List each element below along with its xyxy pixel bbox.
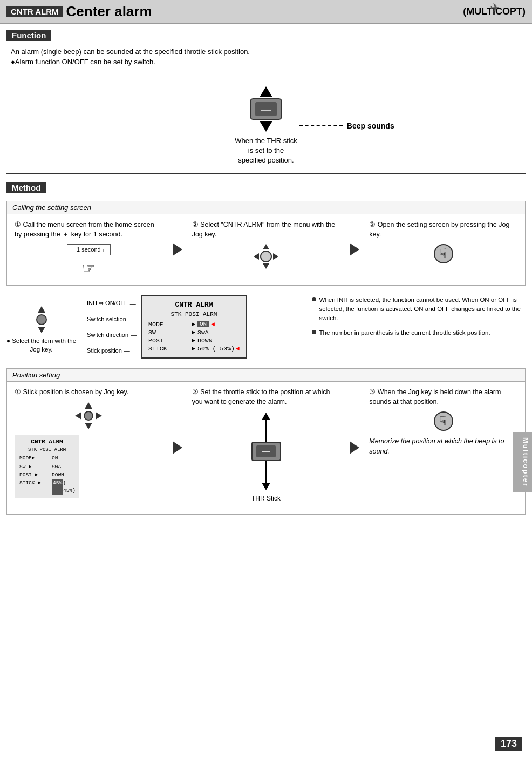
screen-subtitle: STK POSI ALRM [148,311,240,317]
position-box-title: Position setting [7,369,525,382]
memorize-text: Memorize the position at which the beep … [369,436,517,457]
screen-side-labels: INH ⇔ ON/OFF — Switch selction — Switch … [87,295,141,359]
deco-icon: ✈ [490,1,500,15]
thr-diagram: ▬▬ Beep sounds When the THR stick is set… [0,76,532,171]
thr-arrow-up-icon [260,86,272,97]
page-title: Center alarm [66,3,463,20]
ps-finger-icon: ☟ [439,411,447,431]
screen-box: CNTR ALRM STK POSI ALRM MODE ► ON ◄ SW ►… [141,295,247,359]
ps-jog-icon [15,402,163,429]
jog-big-up-arrow [38,306,45,313]
step2-to-step3-arrow [347,214,362,285]
thr-arrow-down-icon [260,121,272,132]
step3-text: Open the setting screen by pressing the … [369,221,509,239]
ps-step1-text: ① Stick position is chosen by Jog key. [15,387,163,397]
ps-step3-icon: ☟ [369,411,517,431]
thr-stick-label: THR Stick [251,494,281,503]
jog-center [260,251,272,262]
ps-step3-text: ③ When the Jog key is held down the alar… [369,387,517,408]
step3-num: ③ [369,221,376,228]
thr2-line [265,420,267,442]
ps-step2-to-step3-arrow [347,382,362,515]
jog-big-icon [28,306,55,333]
ps-jog-up [85,402,92,409]
bullet-1 [312,297,316,301]
position-steps: ① Stick position is chosen by Jog key. [7,382,525,515]
method-label: Method [6,182,46,193]
arrow-shape2 [350,243,359,256]
thr-button-inner: ▬▬ [255,102,277,116]
jog-nav-icon [254,244,278,269]
method-step-2: ② Select "CNTR ALRM" from the menu with … [185,214,348,285]
small-screen: CNTR ALRM STK POSI ALRM MODE► ON SW ► Sw… [15,435,79,498]
function-desc: An alarm (single beep) can be sounded at… [0,44,532,76]
ann2-text: The number in parenthesis is the current… [319,328,490,337]
function-section: Function An alarm (single beep) can be s… [0,24,532,76]
cntr-alrm-label: CNTR ALRM [6,6,63,17]
ps-jog-left [75,412,81,420]
jog-left-arrow [254,253,259,260]
step1-num: ① [15,221,21,228]
mid-screen-area: INH ⇔ ON/OFF — Switch selction — Switch … [87,295,301,359]
step2-num: ② [192,221,199,228]
jog-right-arrow [273,253,278,260]
thr-center: ▬▬ Beep sounds When the THR stick is set… [235,86,297,166]
screen-row-stick: STICK ► 50% ( 50%) ◄ [148,345,240,352]
one-second-label: 「1 second」 [67,244,111,255]
screen-with-labels: INH ⇔ ON/OFF — Switch selction — Switch … [87,295,247,359]
ps-arrow-2 [350,441,359,454]
thr2-button: ▬▬ [251,442,281,461]
thr2-arrow-up [262,413,270,420]
step1-icon: 「1 second」 ☞ [67,244,111,280]
beep-label-area: Beep sounds [299,121,394,130]
screen-row-mode: MODE ► ON ◄ [148,321,240,328]
thr-caption: When the THR stick is set to the specifi… [235,136,297,166]
method-box-area: Calling the setting screen ① Call the me… [0,201,532,286]
ps-jog-down [85,423,92,429]
method-step-1: ① Call the menu screen from the home scr… [7,214,170,285]
annotation-2: The number in parenthesis is the current… [312,328,526,337]
bullet-2 [312,330,316,334]
position-box: Position setting ① Stick position is cho… [6,368,526,515]
ps-arrow-1 [173,441,182,454]
screen-row-posi: POSI ► DOWN [148,337,240,344]
thr2-line-bot [265,461,267,483]
jog-select-label: ● Select the item with theJog key. [6,336,76,354]
method-step-3: ③ Open the setting screen by pressing th… [362,214,525,285]
annotation-1: When INH is selected, the function canno… [312,295,526,323]
jog-big-center [36,314,47,325]
position-step-3: ③ When the Jog key is held down the alar… [362,382,525,515]
screen-row-sw: SW ► SwA [148,329,240,336]
thr2-arrow-down [262,483,270,490]
mid-annotations: When INH is selected, the function canno… [306,295,526,343]
thr-button: ▬▬ [250,98,282,120]
step1-to-step2-arrow [170,214,185,285]
step2-text: Select "CNTR ALRM" from the menu with th… [192,221,335,239]
sidebar-multicopter: Multicopter [513,432,532,492]
ann1-text: When INH is selected, the function canno… [319,295,526,323]
ps-step1-to-step2-arrow [170,382,185,515]
thr-stick-diagram: ▬▬ THR Stick [192,407,340,509]
ps-step2-text: ② Set the throttle stick to the position… [192,387,340,408]
step1-icon-area: 「1 second」 ☞ [15,244,163,280]
mid-area: ● Select the item with theJog key. INH ⇔… [0,290,532,364]
ss-row-posi: POSI ► DOWN [19,471,74,479]
ss-row-stick: STICK ► 45% ( 45%) [19,479,74,495]
position-setting-section: Position setting ① Stick position is cho… [0,368,532,515]
screen-title: CNTR ALRM [148,301,240,309]
hand-icon: ☞ [82,260,96,276]
ps-jog-center [84,411,93,421]
step1-text: Call the menu screen from the home scree… [15,221,154,239]
thr2-btn-inner: ▬▬ [256,445,276,457]
jog-down-arrow [263,263,269,269]
jog-press-icon: ☟ [434,244,453,263]
jog-big-down-arrow [38,327,45,333]
method-steps: ① Call the menu screen from the home scr… [7,214,525,285]
calling-screen-box: Calling the setting screen ① Call the me… [6,201,526,286]
step3-icon-area: ☟ [369,244,517,263]
page-header: CNTR ALRM Center alarm (MULTICOPT) [0,0,532,24]
method-divider [6,173,526,174]
position-step-1: ① Stick position is chosen by Jog key. [7,382,170,515]
label-switch-dir: Switch direction — [87,332,137,338]
ps-jog-press-icon: ☟ [434,411,453,431]
